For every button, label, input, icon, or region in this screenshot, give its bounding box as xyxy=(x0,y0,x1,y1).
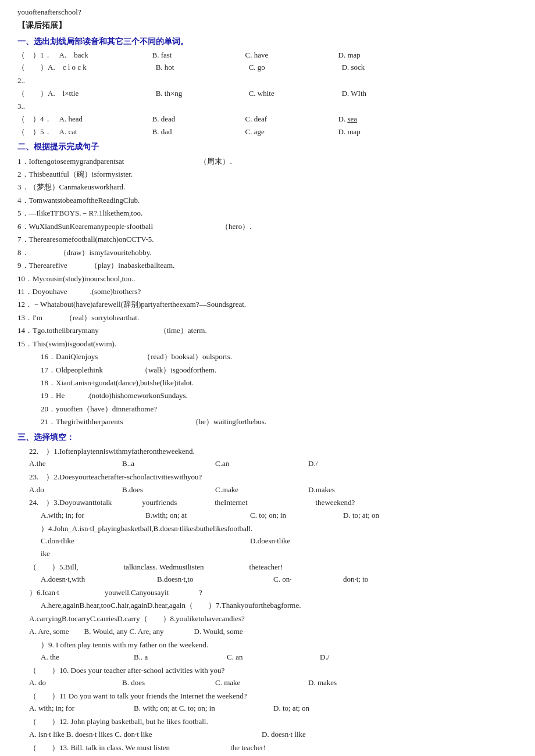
fill-11: 11．Doyouhave .(some)brothers? xyxy=(17,285,518,298)
c4-ike: ike xyxy=(41,548,50,560)
fill-21: 21．Thegirlwithherparents （be）waitingfort… xyxy=(41,415,518,428)
fill-19: 19．He .(notdo)hishomeworkonSundays. xyxy=(41,389,518,402)
c24-optA: A.with; in; for xyxy=(41,510,145,522)
choice-13: （ ）13. Bill. talk in class. We must list… xyxy=(29,741,518,754)
c23-optC: C.make xyxy=(215,484,308,496)
choice-22: 22. ）1.Ioftenplaytenniswithmyfatheronthe… xyxy=(29,445,518,457)
c23-optA: A.do xyxy=(29,484,122,496)
q5-optA: A. cat xyxy=(59,126,152,138)
choice-11: （ ）11 Do you want to talk your friends t… xyxy=(29,690,518,702)
choice-5: （ ）5.Bill, talkinclass. Wedmustlisten th… xyxy=(29,561,518,573)
choice-12-opts: A. isn·t like B. doesn·t likes C. don·t … xyxy=(29,729,518,741)
choice-9-opts: A. the B.. a C. an D./ xyxy=(41,651,518,664)
fill-1: 1．Ioftengotoseemygrandparentsat （周末）. xyxy=(17,155,518,167)
q3-optC: C. white xyxy=(249,88,342,100)
fill-4: 4．TomwantstobeamoftheReadingClub. xyxy=(17,194,518,206)
c5-optA: A.doesn·t,with xyxy=(41,574,157,586)
q5-bracket: （ ）5． xyxy=(17,126,59,138)
c5-optC: C. on· xyxy=(273,574,343,586)
fill-12: 12．－Whatabout(have)afarewell(辞别)partyaft… xyxy=(17,298,518,310)
c5-optB: B.doesn·t,to xyxy=(157,574,273,586)
fill-15: 15．This(swim)isgoodat(swim). xyxy=(17,338,518,350)
choice-22-opts: A.the B..a C.an D./ xyxy=(29,458,518,470)
c22-optB: B..a xyxy=(122,458,215,470)
part1-q4: （ ）4． A. head B. dead C. deaf D. sea xyxy=(17,113,518,126)
choice-10: （ ）10. Does your teacher after-school ac… xyxy=(29,664,518,676)
q4-optB: B. dead xyxy=(152,113,245,126)
c10-optC: C. make xyxy=(215,677,308,689)
c9-optA: A. the xyxy=(41,651,134,664)
c24-optD: D. to; at; on xyxy=(343,510,379,522)
choice-4b: ike xyxy=(41,548,518,560)
c24-optB: B.with; on; at xyxy=(145,510,250,522)
c4-optD: D.doesn·tlike xyxy=(250,535,290,547)
c11-optB: B. with; on; at C. to; on; in xyxy=(134,703,273,715)
fill-3: 3．（梦想）Canmakeusworkhard. xyxy=(17,181,518,193)
c11-optD: D. to; at; on xyxy=(273,703,309,715)
part1-q1: （ ）1． A. back B. fast C. have D. map xyxy=(17,49,518,62)
c5-optD: don·t; to xyxy=(343,574,368,586)
fill-9: 9．Therearefive （play）inabasketballteam. xyxy=(17,259,518,271)
q5-optB: B. dad xyxy=(152,126,245,138)
c10-optA: A. do xyxy=(29,677,122,689)
choice-24: 24. ）3.Doyouwanttotalk yourfriends theIn… xyxy=(29,496,518,508)
c24-optC: C. to; on; in xyxy=(250,510,343,522)
q2-optD: D. sock xyxy=(342,62,435,74)
choice-4: ）4.John_A.isn·tl_playingbasketball,B.doe… xyxy=(41,522,518,535)
choice-12: （ ）12. John playing basketball, but he l… xyxy=(29,715,518,728)
choice-23-opts: A.do B.does C.make D.makes xyxy=(29,484,518,496)
fill-20: 20．youoften（have）dinnerathome? xyxy=(41,403,518,415)
choice-6: ）6.Ican·t youwell.Canyousayit ? xyxy=(29,586,518,599)
page-container: youoftenafterschool? 【课后拓展】 一、选出划线局部读音和其… xyxy=(17,6,518,756)
q2-optA: c l o c k xyxy=(63,62,156,74)
fill-7: 7．Therearesomefootball(match)onCCTV-5. xyxy=(17,233,518,245)
part1-q3: （ ）A. l×ttle B. th×ng C. white D. WIth xyxy=(17,88,518,100)
q4-bracket: （ ）4． xyxy=(17,113,59,126)
q1-optA: A. back xyxy=(59,49,152,62)
q5-optD: D. map xyxy=(338,126,431,138)
choice-6-opts: A.here,againB.hear,tooC.hair,againD.hear… xyxy=(41,599,518,611)
q1-optC: C. have xyxy=(245,49,338,62)
fill-2: 2．Thisbeautiful（碗）isformysister. xyxy=(17,168,518,180)
q3-optB: B. th×ng xyxy=(156,88,249,100)
part1-q5: （ ）5． A. cat B. dad C. age D. map xyxy=(17,126,518,138)
c9-optB: B.. a xyxy=(134,651,227,664)
c10-optD: D. makes xyxy=(308,677,401,689)
fill-14: 14．Tgo.tothelibrarymany （time）aterm. xyxy=(17,324,518,336)
section-title: 【课后拓展】 xyxy=(17,19,518,32)
choice-9: ）9. I often play tennis with my father o… xyxy=(41,639,518,651)
part3-header: 三、选择填空： xyxy=(17,431,518,444)
q3-bracket: （ ）A. xyxy=(17,88,63,100)
c4-optC: C.don·tlike xyxy=(41,535,250,547)
c9-optC: C. an xyxy=(227,651,320,664)
q1-optD: D. map xyxy=(338,49,431,62)
choice-5-opts: A.doesn·t,with B.doesn·t,to C. on· don·t… xyxy=(41,574,518,586)
q3-optD: D. WIth xyxy=(342,88,435,100)
c23-optD: D.makes xyxy=(308,484,401,496)
fill-5: 5．—IlikeTFBOYS.－R?.1likethem,too. xyxy=(17,207,518,219)
q3-num: 3.. xyxy=(17,100,518,112)
c22-optC: C.an xyxy=(215,458,308,470)
c10-optB: B. does xyxy=(122,677,215,689)
choice-7-opts: A.carryingB.tocarryC.carriesD.carry（ ）8.… xyxy=(29,612,518,625)
q2-num: 2.. xyxy=(17,74,518,87)
c9-optD: D./ xyxy=(320,651,413,664)
fill-6: 6．WuXiandSunKearemanypeople·sfootball （h… xyxy=(17,220,518,232)
q1-optB: B. fast xyxy=(152,49,245,62)
q4-optD: D. sea xyxy=(338,113,358,126)
c22-optD: D./ xyxy=(308,458,401,470)
part1-header: 一、选出划线局部读音和其它三个不同的单词。 xyxy=(17,35,518,48)
q4-optC: C. deaf xyxy=(245,113,338,126)
c22-optA: A.the xyxy=(29,458,122,470)
part1-q2: （ ）A. c l o c k B. hot C. go D. sock xyxy=(17,62,518,74)
q3-optA: l×ttle xyxy=(63,88,156,100)
c11-optA: A. with; in; for xyxy=(29,703,134,715)
fill-8: 8． （draw）ismyfavouritehobby. xyxy=(17,246,518,259)
choice-8-opts: A. Are, some B. Would, any C. Are, any D… xyxy=(29,625,518,637)
choice-11-opts: A. with; in; for B. with; on; at C. to; … xyxy=(29,703,518,715)
q2-optC: C. go xyxy=(249,62,342,74)
fill-10: 10．Mycousin(study)inourschool,too.. xyxy=(17,273,518,285)
q2-optB: B. hot xyxy=(156,62,249,74)
choice-10-opts: A. do B. does C. make D. makes xyxy=(29,677,518,689)
c12-optD: D. doesn·t like xyxy=(262,729,306,741)
